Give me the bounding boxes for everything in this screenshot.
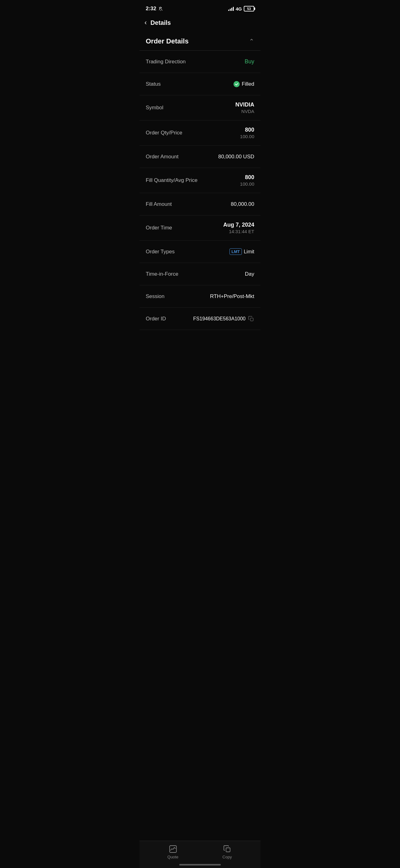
time-in-force-value: Day <box>245 271 254 277</box>
section-header: Order Details ⌃ <box>139 32 261 50</box>
svg-rect-0 <box>251 318 253 321</box>
order-types-value: LMT Limit <box>229 248 255 255</box>
order-id-text: FS194663DE563A1000 <box>193 316 245 321</box>
order-amount-row: Order Amount 80,000.00 USD <box>139 146 261 168</box>
order-types-label: Order Types <box>146 249 174 255</box>
status-bar: 2:32 4G 53 <box>139 0 261 16</box>
order-time-date: Aug 7, 2024 <box>223 222 254 228</box>
battery-indicator: 53 <box>244 6 254 11</box>
trading-direction-value: Buy <box>245 58 254 65</box>
page-title: Details <box>151 19 171 26</box>
status-right: 4G 53 <box>228 6 254 11</box>
session-label: Session <box>146 293 164 300</box>
order-time-value: Aug 7, 2024 14:31:44 ET <box>223 222 254 234</box>
fill-qty-secondary: 100.00 <box>240 181 254 187</box>
order-id-label: Order ID <box>146 316 166 322</box>
symbol-row: Symbol NVIDIA NVDA <box>139 95 261 120</box>
trading-direction-row: Trading Direction Buy <box>139 51 261 73</box>
fill-qty-price-row: Fill Quantity/Avg Price 800 100.00 <box>139 168 261 193</box>
symbol-value: NVIDIA NVDA <box>235 101 254 114</box>
status-text: Filled <box>241 81 254 87</box>
order-time-row: Order Time Aug 7, 2024 14:31:44 ET <box>139 215 261 241</box>
fill-qty-price-value: 800 100.00 <box>240 174 254 187</box>
copy-order-id-icon[interactable] <box>248 316 254 322</box>
order-qty-primary: 800 <box>245 127 254 133</box>
content: Order Details ⌃ Trading Direction Buy St… <box>139 32 261 361</box>
back-button[interactable]: ‹ <box>144 18 147 27</box>
session-row: Session RTH+Pre/Post-Mkt <box>139 285 261 308</box>
order-amount-value: 80,000.00 USD <box>218 154 254 160</box>
fill-amount-row: Fill Amount 80,000.00 <box>139 193 261 215</box>
order-id-value: FS194663DE563A1000 <box>193 316 254 322</box>
symbol-primary: NVIDIA <box>235 101 254 108</box>
status-row: Status Filled <box>139 73 261 95</box>
fill-amount-value: 80,000.00 <box>231 201 254 207</box>
order-types-row: Order Types LMT Limit <box>139 241 261 263</box>
order-type-text: Limit <box>244 249 254 254</box>
collapse-icon[interactable]: ⌃ <box>249 37 254 45</box>
time-in-force-row: Time-in-Force Day <box>139 263 261 285</box>
trading-direction-label: Trading Direction <box>146 59 186 65</box>
order-id-row: Order ID FS194663DE563A1000 <box>139 308 261 330</box>
fill-qty-price-label: Fill Quantity/Avg Price <box>146 177 198 183</box>
section-title: Order Details <box>146 37 189 45</box>
check-circle-icon <box>233 81 240 87</box>
bell-mute-icon <box>158 6 163 11</box>
order-amount-label: Order Amount <box>146 154 178 160</box>
order-time-label: Order Time <box>146 225 172 231</box>
symbol-secondary: NVDA <box>241 108 254 114</box>
status-label: Status <box>146 81 161 87</box>
time-in-force-label: Time-in-Force <box>146 271 178 277</box>
status-value: Filled <box>233 81 254 87</box>
order-time-clock: 14:31:44 ET <box>229 229 254 234</box>
nav-bar: ‹ Details <box>139 16 261 32</box>
order-qty-price-value: 800 100.00 <box>240 127 254 139</box>
order-qty-price-label: Order Qty/Price <box>146 130 182 136</box>
status-time: 2:32 <box>146 6 163 12</box>
order-qty-secondary: 100.00 <box>240 134 254 139</box>
signal-bars <box>228 6 234 11</box>
network-label: 4G <box>236 6 242 11</box>
session-value: RTH+Pre/Post-Mkt <box>210 293 254 300</box>
back-chevron-icon: ‹ <box>144 19 147 26</box>
symbol-label: Symbol <box>146 104 163 111</box>
order-qty-price-row: Order Qty/Price 800 100.00 <box>139 120 261 146</box>
fill-amount-label: Fill Amount <box>146 201 172 207</box>
fill-qty-primary: 800 <box>245 174 254 181</box>
lmt-badge: LMT <box>229 248 242 255</box>
